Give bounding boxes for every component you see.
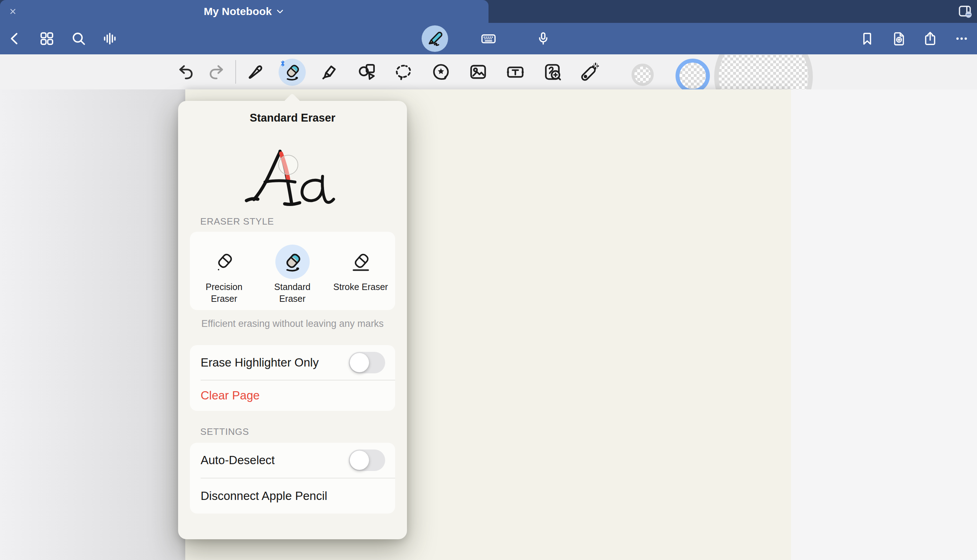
eraser-style-label: Stroke Eraser [332,281,389,293]
eraser-style-card: Precision Eraser [190,232,395,310]
highlighter-tool-button[interactable] [319,62,340,82]
elements-search-button[interactable] [542,62,563,82]
add-page-icon [891,30,907,47]
auto-deselect-toggle[interactable] [348,450,385,471]
grid-icon [38,30,55,47]
keyboard-button[interactable] [478,28,499,48]
pen-mode-button[interactable] [422,25,448,52]
erase-highlighter-label: Erase Highlighter Only [201,356,348,369]
text-icon [505,62,525,82]
image-tool-button[interactable] [468,62,488,82]
tool-bar [0,54,977,90]
precision-eraser-icon [212,250,236,273]
magic-wand-button[interactable] [579,62,600,82]
bluetooth-icon [280,60,285,67]
eraser-description: Efficient erasing without leaving any ma… [178,318,407,329]
lasso-tool-button[interactable] [393,62,414,82]
elements-search-icon [542,62,562,82]
chevron-down-icon [275,7,285,16]
sticker-icon [431,62,451,82]
audio-record-button[interactable] [100,28,120,48]
nav-bar [0,23,977,54]
text-tool-button[interactable] [505,62,526,82]
page-overview-icon [957,3,973,20]
pen-tool-button[interactable] [244,62,265,82]
share-icon [922,30,939,47]
bookmark-button[interactable] [857,28,877,48]
pen-tool-icon [245,62,265,82]
image-icon [468,62,488,82]
microphone-icon [535,30,552,47]
disconnect-pencil-row[interactable]: Disconnect Apple Pencil [190,478,395,513]
erase-highlighter-toggle[interactable] [348,352,385,373]
canvas-right-margin [791,89,977,560]
notebook-title-button[interactable]: My Notebook [0,0,488,23]
back-icon [7,31,23,47]
standard-eraser-icon [281,250,304,273]
redo-icon [207,63,226,81]
search-button[interactable] [69,28,89,48]
add-page-button[interactable] [889,28,909,48]
keyboard-icon [480,30,497,47]
settings-card: Auto-Deselect Disconnect Apple Pencil [190,443,395,513]
undo-icon [177,63,195,81]
eraser-size-medium-selected[interactable] [675,58,710,90]
auto-deselect-row: Auto-Deselect [190,443,395,478]
microphone-button[interactable] [533,28,553,48]
eraser-options-card: Erase Highlighter Only Clear Page [190,345,395,411]
toolbar-divider [235,60,236,84]
search-icon [70,30,87,47]
back-button[interactable] [5,28,25,48]
auto-deselect-label: Auto-Deselect [201,453,348,467]
erase-highlighter-row: Erase Highlighter Only [190,345,395,380]
disconnect-pencil-button[interactable]: Disconnect Apple Pencil [201,489,385,503]
notebook-title: My Notebook [204,5,272,18]
eraser-style-section-label: ERASER STYLE [200,216,274,227]
clear-page-button[interactable]: Clear Page [201,389,385,402]
popover-title: Standard Eraser [178,112,407,125]
eraser-style-stroke[interactable]: Stroke Eraser [327,232,395,310]
clear-page-row[interactable]: Clear Page [190,380,395,410]
redo-button[interactable] [206,62,227,82]
eraser-size-large[interactable] [714,54,813,90]
tab-bar: My Notebook [0,0,977,23]
share-button[interactable] [920,28,940,48]
content-area: Standard Eraser ERASER STYLE [0,89,977,560]
bookmark-icon [859,30,875,47]
page-overview-button[interactable] [956,3,974,20]
settings-section-label: SETTINGS [200,426,249,437]
more-icon [954,30,970,47]
shapes-icon [357,62,377,82]
eraser-size-small[interactable] [632,63,654,86]
stroke-eraser-icon [349,250,373,273]
lasso-icon [394,62,414,82]
canvas-left-margin [0,89,185,560]
eraser-style-label: Standard Eraser [264,281,321,305]
more-button[interactable] [952,28,972,48]
eraser-style-standard-selected[interactable]: Standard Eraser [258,232,327,310]
undo-button[interactable] [175,62,196,82]
eraser-settings-popover: Standard Eraser ERASER STYLE [178,101,407,539]
audio-waveform-icon [102,30,118,47]
highlighter-icon [319,62,339,82]
eraser-demo-illustration [232,143,353,218]
eraser-style-precision[interactable]: Precision Eraser [190,232,258,310]
shapes-tool-button[interactable] [357,62,377,82]
notebook-app: My Notebook [0,0,977,560]
eraser-style-label: Precision Eraser [196,281,253,305]
sticker-tool-button[interactable] [430,62,451,82]
pen-mode-icon [425,29,445,48]
document-grid-button[interactable] [37,28,57,48]
magic-wand-icon [580,62,600,82]
